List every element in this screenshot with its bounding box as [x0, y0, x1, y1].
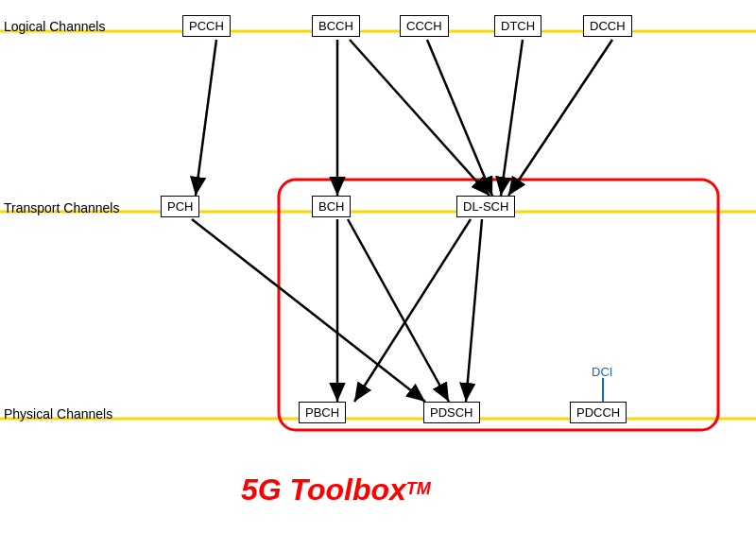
physical-channels-label: Physical Channels [4, 406, 112, 421]
bcch-box: BCCH [312, 15, 360, 37]
dtch-box: DTCH [494, 15, 541, 37]
dci-label: DCI [592, 365, 612, 379]
transport-channels-label: Transport Channels [4, 200, 119, 215]
dlsch-box: DL-SCH [456, 196, 515, 217]
bch-box: BCH [312, 196, 351, 217]
svg-line-12 [348, 219, 449, 402]
pbch-box: PBCH [299, 402, 346, 423]
logical-channels-label: Logical Channels [4, 19, 105, 34]
dcch-box: DCCH [583, 15, 632, 37]
svg-line-5 [196, 40, 216, 196]
brand-text: 5G ToolboxTM [241, 473, 431, 507]
svg-line-8 [427, 40, 492, 196]
ccch-box: CCCH [400, 15, 449, 37]
svg-line-15 [192, 219, 425, 402]
svg-line-7 [350, 40, 490, 196]
pdcch-box: PDCCH [570, 402, 627, 423]
svg-line-9 [501, 40, 523, 196]
svg-line-14 [466, 219, 482, 402]
pcch-box: PCCH [182, 15, 231, 37]
svg-line-13 [354, 219, 471, 402]
svg-line-10 [508, 40, 612, 196]
pdsch-box: PDSCH [423, 402, 480, 423]
pch-box: PCH [161, 196, 199, 217]
